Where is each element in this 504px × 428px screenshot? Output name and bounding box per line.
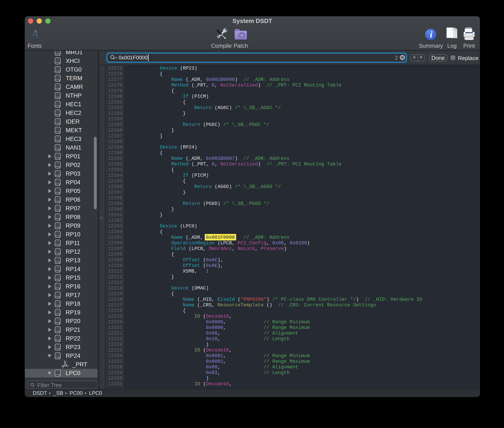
svg-text:i: i — [430, 30, 432, 40]
svg-text:A: A — [30, 27, 39, 41]
